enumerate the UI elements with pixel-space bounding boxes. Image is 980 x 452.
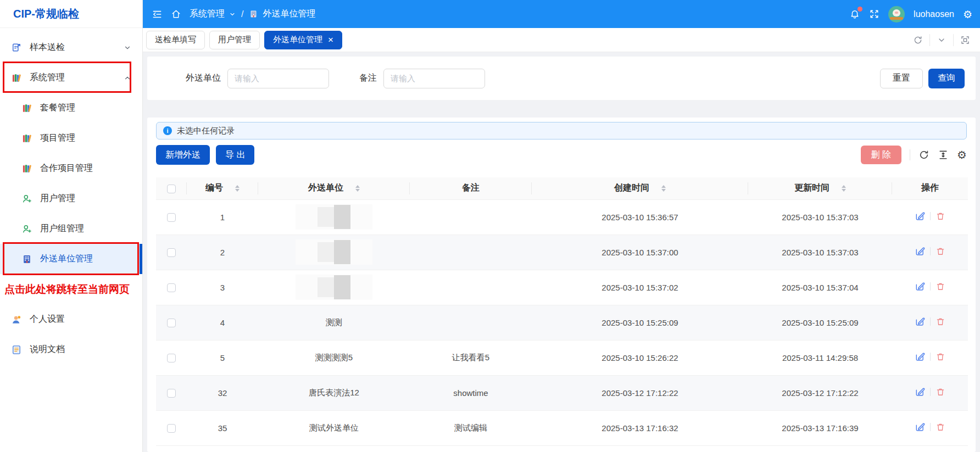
search-button[interactable]: 查询 (928, 69, 965, 88)
edit-icon[interactable] (915, 211, 925, 221)
note-filter-input[interactable] (383, 69, 485, 88)
trash-icon[interactable] (936, 211, 945, 221)
edit-icon[interactable] (915, 246, 925, 256)
cell-operations (892, 235, 968, 270)
edit-icon[interactable] (915, 422, 925, 432)
sidebar-item-documentation[interactable]: 说明文档 (0, 334, 142, 365)
cell-select (156, 410, 187, 445)
cell-select (156, 375, 187, 410)
tab-user-management[interactable]: 用户管理 (209, 31, 260, 49)
trash-icon[interactable] (936, 317, 945, 327)
cell-select (156, 199, 187, 235)
breadcrumb-level1[interactable]: 系统管理 (190, 8, 225, 20)
select-all-checkbox[interactable] (167, 185, 176, 193)
cell-updated: 2025-03-10 15:25:09 (748, 305, 892, 340)
sidebar-item-outbound-unit-management[interactable]: 外送单位管理 (0, 244, 142, 274)
books-icon (11, 72, 22, 83)
bell-icon[interactable] (849, 9, 860, 20)
row-checkbox[interactable] (167, 424, 176, 433)
reset-button[interactable]: 重置 (880, 69, 923, 88)
username[interactable]: luohaosen (914, 9, 954, 19)
sort-icon[interactable] (235, 185, 240, 192)
books-icon (21, 133, 32, 144)
action-bar: 新增外送 导 出 删 除 ⚙ (156, 145, 967, 165)
line-height-icon[interactable] (938, 149, 949, 160)
edit-icon[interactable] (915, 387, 925, 397)
trash-icon[interactable] (936, 282, 945, 292)
row-checkbox[interactable] (167, 354, 176, 362)
sidebar-item-label: 项目管理 (40, 132, 75, 144)
row-checkbox[interactable] (167, 283, 176, 292)
edit-icon[interactable] (915, 351, 925, 362)
column-header-id[interactable]: 编号 (187, 177, 258, 199)
sidebar-item-user-management[interactable]: 用户管理 (0, 183, 142, 214)
profile-icon (11, 314, 22, 325)
column-header-unit[interactable]: 外送单位 (258, 177, 410, 199)
unit-filter-input[interactable] (227, 69, 329, 88)
tab-outbound-unit-management[interactable]: 外送单位管理× (264, 31, 342, 49)
maximize-icon[interactable] (954, 35, 977, 45)
menu-fold-icon[interactable] (152, 9, 163, 20)
fullscreen-icon[interactable] (869, 9, 879, 19)
sidebar-item-project-management[interactable]: 项目管理 (0, 123, 142, 153)
trash-icon[interactable] (936, 352, 945, 362)
cell-note: 测试编辑 (410, 410, 532, 445)
annotation-text: 点击此处将跳转至当前网页 (0, 274, 142, 304)
cell-note (410, 305, 532, 340)
gear-icon[interactable]: ⚙ (963, 9, 972, 20)
row-checkbox[interactable] (167, 389, 176, 398)
chevron-down-icon[interactable] (930, 36, 953, 44)
add-outbound-button[interactable]: 新增外送 (156, 145, 210, 165)
sort-icon[interactable] (842, 185, 846, 192)
cell-select (156, 270, 187, 305)
delete-button[interactable]: 删 除 (861, 146, 901, 164)
cell-note (410, 270, 532, 305)
trash-icon[interactable] (936, 422, 945, 432)
selection-alert: i 未选中任何记录 (156, 122, 967, 139)
column-label: 外送单位 (308, 182, 343, 194)
cell-id: 5 (187, 340, 258, 375)
edit-icon[interactable] (915, 316, 925, 327)
cell-created: 2025-03-10 15:37:02 (532, 270, 748, 305)
row-checkbox[interactable] (167, 248, 176, 257)
sidebar-item-user-group-management[interactable]: 用户组管理 (0, 214, 142, 244)
app-root: CIP-常规临检 样本送检系统管理套餐管理项目管理合作项目管理用户管理用户组管理… (0, 0, 980, 452)
breadcrumb-level2: 外送单位管理 (263, 8, 315, 20)
refresh-icon[interactable] (906, 35, 929, 45)
unit-filter-label: 外送单位 (186, 72, 221, 84)
avatar[interactable] (888, 6, 905, 23)
cell-note: showtime (410, 375, 532, 410)
table-row: 32唐氏表演法12showtime2025-03-12 17:12:222025… (156, 375, 968, 410)
column-header-select (156, 177, 187, 199)
export-button[interactable]: 导 出 (216, 145, 254, 165)
building-icon (21, 254, 32, 265)
trash-icon[interactable] (936, 387, 945, 397)
table-row: 5测测测测5让我看看52025-03-10 15:26:222025-03-11… (156, 340, 968, 375)
home-icon[interactable] (171, 9, 181, 19)
close-icon[interactable]: × (328, 35, 333, 44)
sort-icon[interactable] (355, 185, 360, 192)
row-checkbox[interactable] (167, 213, 176, 222)
cell-unit (258, 270, 410, 305)
cell-unit: 唐氏表演法12 (258, 375, 410, 410)
cell-operations (892, 340, 968, 375)
sidebar-item-system-management[interactable]: 系统管理 (0, 63, 142, 93)
cell-unit (258, 199, 410, 235)
filter-buttons: 重置 查询 (880, 69, 965, 88)
manual-icon (11, 344, 22, 355)
sidebar-item-package-management[interactable]: 套餐管理 (0, 93, 142, 123)
gear-icon[interactable]: ⚙ (957, 149, 967, 160)
refresh-icon[interactable] (918, 149, 929, 160)
sidebar-item-label: 套餐管理 (40, 102, 75, 114)
sidebar-item-coop-project-management[interactable]: 合作项目管理 (0, 153, 142, 183)
sidebar-item-sample-submission[interactable]: 样本送检 (0, 32, 142, 63)
row-checkbox[interactable] (167, 319, 176, 327)
column-header-updated[interactable]: 更新时间 (748, 177, 892, 199)
column-header-created[interactable]: 创建时间 (532, 177, 748, 199)
tab-submission-form[interactable]: 送检单填写 (146, 31, 205, 49)
table-row: 32025-03-10 15:37:022025-03-10 15:37:04 (156, 270, 968, 305)
trash-icon[interactable] (936, 247, 945, 256)
sort-icon[interactable] (661, 185, 666, 192)
sidebar-item-personal-settings[interactable]: 个人设置 (0, 304, 142, 334)
edit-icon[interactable] (915, 281, 925, 292)
